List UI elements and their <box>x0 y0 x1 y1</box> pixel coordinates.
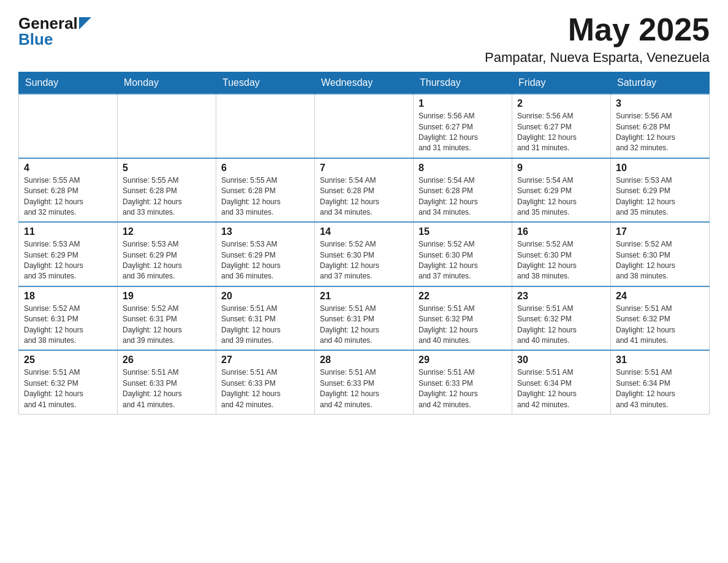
day-info: Sunrise: 5:51 AMSunset: 6:34 PMDaylight:… <box>616 367 704 410</box>
calendar-header: Sunday Monday Tuesday Wednesday Thursday… <box>19 72 710 94</box>
calendar-cell: 31Sunrise: 5:51 AMSunset: 6:34 PMDayligh… <box>611 350 710 414</box>
col-monday: Monday <box>118 72 216 94</box>
col-wednesday: Wednesday <box>315 72 414 94</box>
day-info: Sunrise: 5:52 AMSunset: 6:30 PMDaylight:… <box>419 239 507 282</box>
day-number: 30 <box>517 354 605 366</box>
calendar-cell: 4Sunrise: 5:55 AMSunset: 6:28 PMDaylight… <box>19 158 118 223</box>
day-number: 10 <box>616 163 704 174</box>
col-sunday: Sunday <box>19 72 118 94</box>
day-number: 27 <box>221 354 309 366</box>
day-info: Sunrise: 5:52 AMSunset: 6:30 PMDaylight:… <box>320 239 408 282</box>
day-number: 12 <box>123 226 211 237</box>
calendar-cell <box>216 94 315 158</box>
calendar-cell: 13Sunrise: 5:53 AMSunset: 6:29 PMDayligh… <box>216 222 315 286</box>
day-info: Sunrise: 5:52 AMSunset: 6:31 PMDaylight:… <box>123 304 211 347</box>
day-info: Sunrise: 5:51 AMSunset: 6:31 PMDaylight:… <box>221 304 309 347</box>
day-number: 31 <box>616 354 704 366</box>
calendar-cell: 30Sunrise: 5:51 AMSunset: 6:34 PMDayligh… <box>512 350 611 414</box>
day-info: Sunrise: 5:53 AMSunset: 6:29 PMDaylight:… <box>123 239 211 282</box>
day-info: Sunrise: 5:56 AMSunset: 6:27 PMDaylight:… <box>517 111 605 154</box>
day-number: 22 <box>419 291 507 302</box>
month-title: May 2025 <box>485 12 710 47</box>
calendar-cell: 20Sunrise: 5:51 AMSunset: 6:31 PMDayligh… <box>216 286 315 351</box>
day-number: 2 <box>517 98 605 109</box>
day-info: Sunrise: 5:53 AMSunset: 6:29 PMDaylight:… <box>616 175 704 218</box>
calendar-cell: 16Sunrise: 5:52 AMSunset: 6:30 PMDayligh… <box>512 222 611 286</box>
day-number: 17 <box>616 226 704 237</box>
day-number: 25 <box>24 354 112 366</box>
day-info: Sunrise: 5:51 AMSunset: 6:32 PMDaylight:… <box>419 304 507 347</box>
day-number: 9 <box>517 163 605 174</box>
day-info: Sunrise: 5:54 AMSunset: 6:29 PMDaylight:… <box>517 175 605 218</box>
day-number: 16 <box>517 226 605 237</box>
day-info: Sunrise: 5:51 AMSunset: 6:33 PMDaylight:… <box>221 367 309 410</box>
calendar-cell: 24Sunrise: 5:51 AMSunset: 6:32 PMDayligh… <box>611 286 710 351</box>
calendar-cell: 11Sunrise: 5:53 AMSunset: 6:29 PMDayligh… <box>19 222 118 286</box>
col-saturday: Saturday <box>611 72 710 94</box>
location-title: Pampatar, Nueva Esparta, Venezuela <box>485 50 710 66</box>
calendar-cell: 17Sunrise: 5:52 AMSunset: 6:30 PMDayligh… <box>611 222 710 286</box>
header-row: Sunday Monday Tuesday Wednesday Thursday… <box>19 72 710 94</box>
day-number: 18 <box>24 291 112 302</box>
day-info: Sunrise: 5:51 AMSunset: 6:32 PMDaylight:… <box>517 304 605 347</box>
calendar-cell <box>118 94 216 158</box>
day-number: 20 <box>221 291 309 302</box>
day-info: Sunrise: 5:54 AMSunset: 6:28 PMDaylight:… <box>419 175 507 218</box>
day-info: Sunrise: 5:52 AMSunset: 6:31 PMDaylight:… <box>24 304 112 347</box>
day-number: 24 <box>616 291 704 302</box>
logo-arrow-icon <box>79 17 91 29</box>
calendar-cell: 3Sunrise: 5:56 AMSunset: 6:28 PMDaylight… <box>611 94 710 158</box>
day-info: Sunrise: 5:51 AMSunset: 6:32 PMDaylight:… <box>616 304 704 347</box>
logo: General Blue <box>18 15 91 47</box>
day-info: Sunrise: 5:53 AMSunset: 6:29 PMDaylight:… <box>221 239 309 282</box>
day-number: 23 <box>517 291 605 302</box>
calendar-week-1: 1Sunrise: 5:56 AMSunset: 6:27 PMDaylight… <box>19 94 710 158</box>
day-number: 19 <box>123 291 211 302</box>
day-number: 21 <box>320 291 408 302</box>
calendar-week-5: 25Sunrise: 5:51 AMSunset: 6:32 PMDayligh… <box>19 350 710 414</box>
day-number: 8 <box>419 163 507 174</box>
calendar-cell: 2Sunrise: 5:56 AMSunset: 6:27 PMDaylight… <box>512 94 611 158</box>
day-number: 13 <box>221 226 309 237</box>
day-number: 1 <box>419 98 507 109</box>
day-info: Sunrise: 5:55 AMSunset: 6:28 PMDaylight:… <box>123 175 211 218</box>
calendar-cell <box>315 94 414 158</box>
day-number: 15 <box>419 226 507 237</box>
calendar-cell: 21Sunrise: 5:51 AMSunset: 6:31 PMDayligh… <box>315 286 414 351</box>
calendar-cell: 18Sunrise: 5:52 AMSunset: 6:31 PMDayligh… <box>19 286 118 351</box>
day-number: 26 <box>123 354 211 366</box>
day-info: Sunrise: 5:51 AMSunset: 6:34 PMDaylight:… <box>517 367 605 410</box>
calendar-cell: 10Sunrise: 5:53 AMSunset: 6:29 PMDayligh… <box>611 158 710 223</box>
day-number: 4 <box>24 163 112 174</box>
calendar-cell: 14Sunrise: 5:52 AMSunset: 6:30 PMDayligh… <box>315 222 414 286</box>
calendar-cell: 28Sunrise: 5:51 AMSunset: 6:33 PMDayligh… <box>315 350 414 414</box>
day-info: Sunrise: 5:52 AMSunset: 6:30 PMDaylight:… <box>616 239 704 282</box>
day-info: Sunrise: 5:56 AMSunset: 6:28 PMDaylight:… <box>616 111 704 154</box>
calendar-body: 1Sunrise: 5:56 AMSunset: 6:27 PMDaylight… <box>19 94 710 414</box>
day-number: 14 <box>320 226 408 237</box>
calendar-cell: 19Sunrise: 5:52 AMSunset: 6:31 PMDayligh… <box>118 286 216 351</box>
calendar-cell: 6Sunrise: 5:55 AMSunset: 6:28 PMDaylight… <box>216 158 315 223</box>
day-number: 6 <box>221 163 309 174</box>
title-block: May 2025 Pampatar, Nueva Esparta, Venezu… <box>485 12 710 66</box>
calendar-cell: 12Sunrise: 5:53 AMSunset: 6:29 PMDayligh… <box>118 222 216 286</box>
day-info: Sunrise: 5:56 AMSunset: 6:27 PMDaylight:… <box>419 111 507 154</box>
day-info: Sunrise: 5:51 AMSunset: 6:31 PMDaylight:… <box>320 304 408 347</box>
calendar-cell: 22Sunrise: 5:51 AMSunset: 6:32 PMDayligh… <box>414 286 512 351</box>
logo-general: General <box>18 15 78 31</box>
calendar-cell: 8Sunrise: 5:54 AMSunset: 6:28 PMDaylight… <box>414 158 512 223</box>
calendar-cell: 15Sunrise: 5:52 AMSunset: 6:30 PMDayligh… <box>414 222 512 286</box>
calendar-week-3: 11Sunrise: 5:53 AMSunset: 6:29 PMDayligh… <box>19 222 710 286</box>
day-number: 7 <box>320 163 408 174</box>
logo-blue: Blue <box>18 31 53 47</box>
day-number: 11 <box>24 226 112 237</box>
col-thursday: Thursday <box>414 72 512 94</box>
calendar-cell: 5Sunrise: 5:55 AMSunset: 6:28 PMDaylight… <box>118 158 216 223</box>
calendar-cell <box>19 94 118 158</box>
page-header: General Blue May 2025 Pampatar, Nueva Es… <box>18 12 710 66</box>
col-friday: Friday <box>512 72 611 94</box>
day-info: Sunrise: 5:55 AMSunset: 6:28 PMDaylight:… <box>24 175 112 218</box>
day-info: Sunrise: 5:51 AMSunset: 6:33 PMDaylight:… <box>123 367 211 410</box>
day-info: Sunrise: 5:53 AMSunset: 6:29 PMDaylight:… <box>24 239 112 282</box>
calendar-cell: 29Sunrise: 5:51 AMSunset: 6:33 PMDayligh… <box>414 350 512 414</box>
